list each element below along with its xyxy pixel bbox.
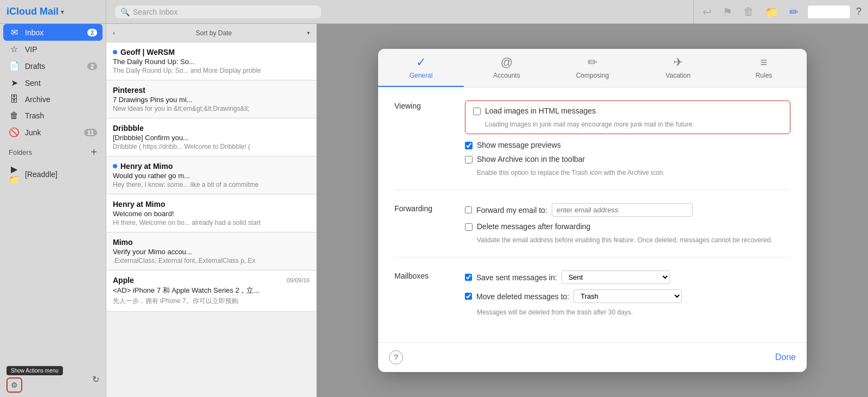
tab-rules[interactable]: ≡ Rules [721, 49, 807, 87]
sidebar-item-trash[interactable]: 🗑 Trash [0, 108, 106, 124]
tab-accounts[interactable]: @ Accounts [464, 49, 550, 87]
main-area: ✉ Inbox 2 ☆ VIP 📄 Drafts 2 ➤ Sent 🗄 Arch… [0, 24, 868, 397]
add-folder-button[interactable]: + [91, 146, 97, 159]
sent-icon: ➤ [9, 78, 20, 88]
list-item[interactable]: Mimo Verify your Mimo accou... .External… [106, 232, 316, 270]
top-right-search-box[interactable] [807, 5, 851, 19]
move-deleted-label[interactable]: Move deleted messages to: [476, 292, 569, 301]
tab-general[interactable]: ✓ General [378, 49, 464, 87]
mailboxes-label: Mailboxes [394, 270, 465, 316]
sort-chevron[interactable]: ▾ [307, 30, 310, 36]
show-archive-hint: Enable this option to replace the Trash … [477, 169, 790, 177]
show-previews-checkbox[interactable] [465, 142, 473, 149]
save-sent-checkbox[interactable] [465, 274, 472, 281]
forward-email-label[interactable]: Forward my email to: [476, 206, 547, 215]
junk-badge: 11 [84, 129, 97, 136]
sort-label: Sort by Date [120, 29, 307, 37]
folders-section-header: Folders + [0, 141, 106, 161]
general-tab-label: General [410, 72, 433, 79]
email-list: ‹ Sort by Date ▾ Geoff | WeRSM The Daily… [106, 24, 317, 397]
forward-email-input[interactable] [552, 203, 693, 217]
search-icon: 🔍 [120, 8, 130, 16]
sidebar-item-sent[interactable]: ➤ Sent [0, 74, 106, 91]
list-item[interactable]: Apple 09/09/16 <AD> iPhone 7 和 Apple Wat… [106, 270, 316, 312]
toolbar-icons: ↩ ⚑ 🗑 📁 ✏ [694, 0, 807, 23]
unread-indicator [113, 50, 117, 54]
list-item[interactable]: Geoff | WeRSM The Daily Round Up: So... … [106, 42, 316, 80]
search-placeholder: Search Inbox [133, 8, 178, 16]
help-button[interactable]: ? [389, 350, 403, 364]
save-sent-select[interactable]: Sent Drafts Archive [561, 270, 670, 284]
readdle-folder-icon: ▶ 📁 [9, 164, 20, 185]
done-button[interactable]: Done [775, 352, 796, 362]
delete-after-checkbox[interactable] [465, 223, 473, 231]
sidebar-item-archive[interactable]: 🗄 Archive [0, 91, 106, 108]
email-list-header: ‹ Sort by Date ▾ [106, 24, 316, 42]
show-archive-label[interactable]: Show Archive icon in the toolbar [477, 155, 585, 163]
refresh-button[interactable]: ↻ [92, 374, 99, 385]
modal-body: Viewing Load images in HTML messages Loa… [378, 87, 807, 342]
forward-email-checkbox[interactable] [465, 206, 472, 213]
load-images-label[interactable]: Load images in HTML messages [485, 106, 596, 115]
sender-name: Henry at Mimo [113, 200, 310, 209]
trash-icon[interactable]: 🗑 [743, 5, 754, 18]
content-area: ✓ General @ Accounts ✏ Composing ✈ Vacat… [317, 24, 868, 397]
flag-icon[interactable]: ⚑ [723, 5, 732, 18]
sidebar-item-drafts[interactable]: 📄 Drafts 2 [0, 58, 106, 74]
sidebar-item-readdle[interactable]: ▶ 📁 [Readdle] [0, 161, 106, 188]
email-subject: 7 Drawings Pins you mi... [113, 96, 310, 104]
move-deleted-checkbox[interactable] [465, 293, 472, 300]
list-item[interactable]: Dribbble [Dribbble] Confirm you... Dribb… [106, 118, 316, 156]
folder-icon[interactable]: 📁 [765, 5, 778, 18]
sidebar-item-junk[interactable]: 🚫 Junk 11 [0, 124, 106, 141]
sidebar-label-archive: Archive [25, 95, 97, 104]
accounts-tab-label: Accounts [493, 72, 520, 79]
forwarding-content: Forward my email to: Delete messages aft… [465, 203, 790, 244]
app-title-chevron[interactable]: ▾ [61, 8, 64, 16]
sidebar-label-junk: Junk [25, 128, 84, 137]
help-icon[interactable]: ? [856, 6, 861, 17]
save-sent-label[interactable]: Save sent messages in: [476, 273, 557, 282]
delete-hint: Validate the email address before enabli… [477, 236, 790, 244]
composing-tab-icon: ✏ [588, 55, 597, 70]
sidebar-label-drafts: Drafts [25, 62, 87, 71]
show-archive-row: Show Archive icon in the toolbar [465, 155, 790, 163]
sender-name: Dribbble [113, 124, 310, 133]
gear-icon: ⚙ [11, 381, 18, 389]
email-subject: [Dribbble] Confirm you... [113, 134, 310, 142]
email-items: Geoff | WeRSM The Daily Round Up: So... … [106, 42, 316, 397]
show-previews-row: Show message previews [465, 141, 790, 149]
search-input-wrap[interactable]: 🔍 Search Inbox [115, 5, 321, 18]
email-subject: Would you rather go m... [113, 172, 310, 180]
load-images-checkbox[interactable] [473, 108, 481, 115]
tab-composing[interactable]: ✏ Composing [550, 49, 635, 87]
sidebar-item-vip[interactable]: ☆ VIP [0, 41, 106, 58]
email-preview: Hey there, I know: some... like a bit of… [113, 181, 310, 188]
sidebar: ✉ Inbox 2 ☆ VIP 📄 Drafts 2 ➤ Sent 🗄 Arch… [0, 24, 106, 397]
reply-icon[interactable]: ↩ [703, 5, 712, 18]
inbox-icon: ✉ [9, 27, 20, 37]
top-right: ? [807, 5, 868, 19]
sidebar-label-vip: VIP [25, 45, 97, 54]
list-item[interactable]: Henry at Mimo Welcome on board! Hi there… [106, 194, 316, 232]
sidebar-label-trash: Trash [25, 111, 97, 120]
show-previews-label[interactable]: Show message previews [477, 141, 561, 149]
trash-sidebar-icon: 🗑 [9, 111, 20, 121]
delete-after-label[interactable]: Delete messages after forwarding [477, 222, 590, 231]
viewing-content: Load images in HTML messages Loading ima… [465, 100, 790, 177]
tab-vacation[interactable]: ✈ Vacation [635, 49, 721, 87]
sender-name: Mimo [113, 238, 310, 247]
list-item[interactable]: Henry at Mimo Would you rather go m... H… [106, 156, 316, 194]
rules-tab-icon: ≡ [761, 55, 768, 70]
collapse-button[interactable]: ‹ [113, 29, 115, 37]
compose-icon[interactable]: ✏ [789, 5, 799, 18]
show-archive-checkbox[interactable] [465, 156, 473, 163]
modal-overlay[interactable]: ✓ General @ Accounts ✏ Composing ✈ Vacat… [317, 24, 868, 397]
list-item[interactable]: Pinterest 7 Drawings Pins you mi... New … [106, 80, 316, 118]
gear-button[interactable]: ⚙ [7, 377, 22, 393]
move-deleted-select[interactable]: Trash Archive [573, 289, 682, 303]
email-preview: New ideas for you in &lt;em&gt;&lt;Drawi… [113, 105, 310, 112]
sidebar-item-inbox[interactable]: ✉ Inbox 2 [3, 24, 103, 41]
inbox-badge: 2 [87, 29, 97, 36]
email-subject: The Daily Round Up: So... [113, 58, 310, 66]
